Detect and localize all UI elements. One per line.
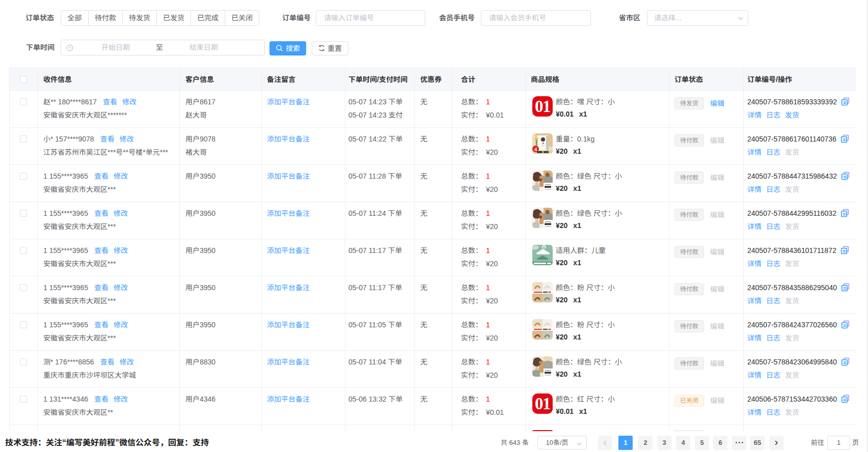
svg-text:01: 01 <box>535 97 550 116</box>
svg-text:01: 01 <box>535 394 550 413</box>
svg-text:4: 4 <box>534 146 537 152</box>
